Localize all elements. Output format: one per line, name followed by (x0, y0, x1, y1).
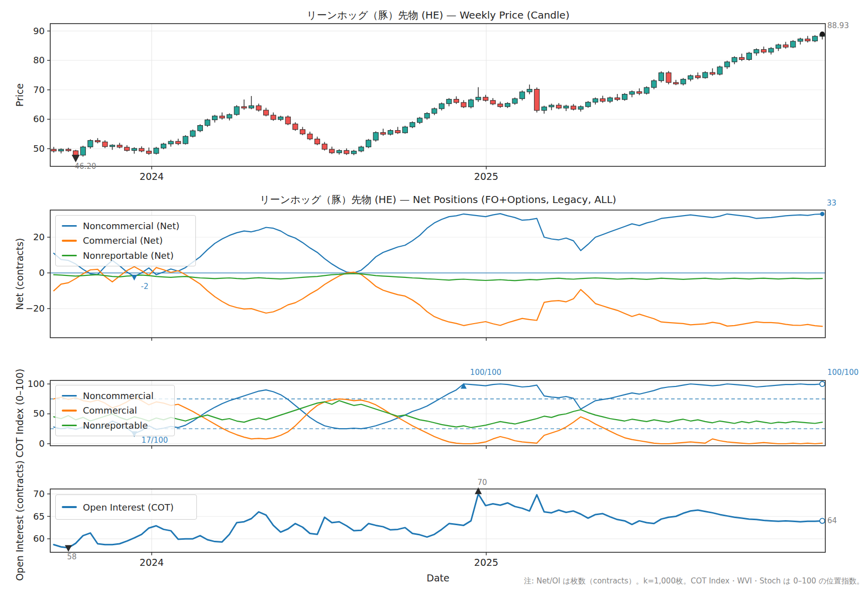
svg-text:60: 60 (33, 114, 45, 124)
svg-text:60: 60 (33, 533, 45, 544)
legend-line-swatch (62, 255, 77, 257)
footnote: 注: Net/OI は枚数（contracts）。k=1,000枚。COT In… (524, 576, 864, 586)
panel1-title: リーンホッグ（豚）先物 (HE) — Weekly Price (Candle) (306, 9, 569, 22)
svg-text:0: 0 (39, 438, 45, 449)
x-axis-label: Date (426, 572, 449, 583)
legend-label: Noncommercial (83, 390, 154, 401)
svg-text:70: 70 (33, 84, 45, 95)
annotation-net-dip: -2 (141, 282, 149, 291)
svg-text:50: 50 (33, 143, 45, 154)
legend-line-swatch (62, 506, 77, 508)
annotation-oi-last: 64 (827, 516, 837, 525)
svg-text:20: 20 (33, 232, 45, 242)
legend-line-swatch (62, 395, 77, 397)
legend-item-nonreportable: Nonreportable (62, 420, 168, 431)
panel2-ylabel: Net (contracts) (14, 238, 25, 310)
legend-label: Commercial (Net) (83, 235, 163, 246)
legend-label: Nonreportable (Net) (83, 250, 174, 261)
svg-text:65: 65 (33, 511, 45, 522)
legend-label: Open Interest (COT) (83, 502, 174, 513)
legend-line-swatch (62, 410, 77, 412)
legend-label: Nonreportable (83, 420, 148, 431)
legend-line-swatch (62, 240, 77, 242)
svg-text:−20: −20 (26, 303, 45, 314)
annotation-price-last: 88.93 (827, 21, 849, 30)
legend-cot-index: Noncommercial Commercial Nonreportable (55, 385, 175, 436)
annotation-oi-min: 58 (67, 552, 76, 561)
legend-line-swatch (62, 225, 77, 227)
annotation-cot-index-dip: 17/100 (142, 436, 168, 445)
annotation-oi-max: 70 (477, 478, 487, 487)
svg-text:80: 80 (33, 55, 45, 65)
svg-text:2024: 2024 (140, 171, 164, 182)
panel2-title: リーンホッグ（豚）先物 (HE) — Net Positions (FO+Opt… (260, 193, 616, 207)
annotation-price-low: 46.20 (75, 162, 96, 171)
legend-label: Noncommercial (Net) (83, 221, 179, 231)
svg-text:50: 50 (33, 408, 45, 419)
svg-text:0: 0 (39, 267, 45, 278)
legend-line-swatch (62, 425, 77, 427)
svg-text:2025: 2025 (474, 557, 498, 568)
svg-text:70: 70 (33, 488, 45, 499)
panel4-ylabel: Open Interest (contracts) (14, 460, 25, 581)
annotation-cot-index-last: 100/100 (827, 368, 858, 377)
annotation-net-last: 33 (827, 199, 836, 208)
legend-item-noncommercial: Noncommercial (62, 390, 168, 401)
legend-item-nonreportable-net: Nonreportable (Net) (62, 250, 189, 261)
legend-item-noncommercial-net: Noncommercial (Net) (62, 221, 189, 231)
panel3-ylabel: COT Index (0–100) (14, 369, 25, 458)
figure: 506070809020242025−200200501006065702024… (0, 0, 868, 593)
annotation-cot-index-peak: 100/100 (470, 368, 501, 377)
legend-item-commercial-net: Commercial (Net) (62, 235, 189, 246)
legend-net-positions: Noncommercial (Net) Commercial (Net) Non… (55, 215, 196, 266)
svg-text:100: 100 (28, 378, 45, 389)
svg-text:2025: 2025 (474, 171, 498, 182)
legend-label: Commercial (83, 405, 137, 416)
legend-item-open-interest: Open Interest (COT) (62, 502, 190, 513)
svg-text:2024: 2024 (140, 557, 164, 568)
panel1-ylabel: Price (14, 83, 25, 107)
legend-item-commercial: Commercial (62, 405, 168, 416)
svg-text:90: 90 (33, 26, 45, 36)
legend-open-interest: Open Interest (COT) (55, 495, 197, 520)
